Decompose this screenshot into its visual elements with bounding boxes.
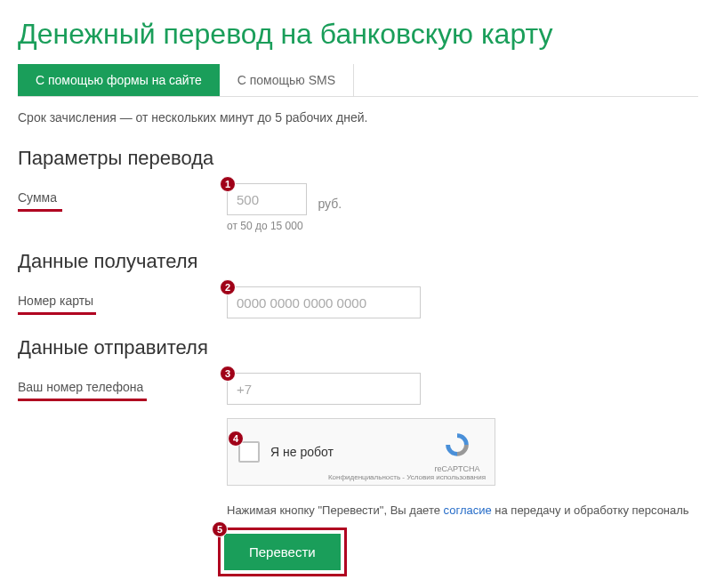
- sum-input[interactable]: [227, 183, 307, 215]
- consent-suffix: на передачу и обработку персональ: [492, 503, 689, 517]
- deadline-text: Срок зачисления — от нескольких минут до…: [18, 110, 698, 125]
- consent-text: Нажимая кнопку "Перевести", Вы даете сог…: [227, 503, 698, 517]
- marker-5: 5: [212, 521, 228, 537]
- recaptcha-widget: 4 Я не робот reCAPTCHA Конфиденциальност…: [227, 418, 495, 486]
- recaptcha-checkbox[interactable]: [238, 441, 260, 463]
- recaptcha-icon: [443, 431, 471, 459]
- section-sender-heading: Данные отправителя: [18, 336, 698, 359]
- consent-link[interactable]: согласие: [444, 503, 492, 517]
- phone-input[interactable]: [227, 373, 421, 405]
- consent-prefix: Нажимая кнопку "Перевести", Вы даете: [227, 503, 444, 517]
- phone-label: Ваш номер телефона: [18, 373, 227, 394]
- tab-form[interactable]: С помощью формы на сайте: [18, 64, 220, 96]
- card-label: Номер карты: [18, 286, 227, 308]
- marker-2: 2: [220, 279, 236, 295]
- page-title: Денежный перевод на банковскую карту: [18, 18, 698, 51]
- section-params-heading: Параметры перевода: [18, 147, 698, 170]
- tab-sms[interactable]: С помощью SMS: [220, 64, 354, 96]
- marker-3: 3: [220, 366, 236, 382]
- submit-highlight: 5 Перевести: [218, 528, 347, 576]
- recaptcha-label: Я не робот: [270, 445, 430, 459]
- sum-suffix: руб.: [318, 189, 342, 211]
- sum-label: Сумма: [18, 183, 227, 205]
- marker-1: 1: [220, 176, 236, 192]
- marker-4: 4: [228, 431, 244, 447]
- recaptcha-logo: reCAPTCHA: [430, 431, 484, 473]
- section-recipient-heading: Данные получателя: [18, 250, 698, 273]
- sum-hint: от 50 до 15 000: [227, 220, 342, 232]
- submit-button[interactable]: Перевести: [224, 534, 341, 570]
- card-input[interactable]: [227, 286, 421, 318]
- tabs: С помощью формы на сайте С помощью SMS: [18, 64, 698, 97]
- recaptcha-brand: reCAPTCHA: [430, 464, 484, 473]
- recaptcha-links[interactable]: Конфиденциальность - Условия использован…: [328, 473, 486, 481]
